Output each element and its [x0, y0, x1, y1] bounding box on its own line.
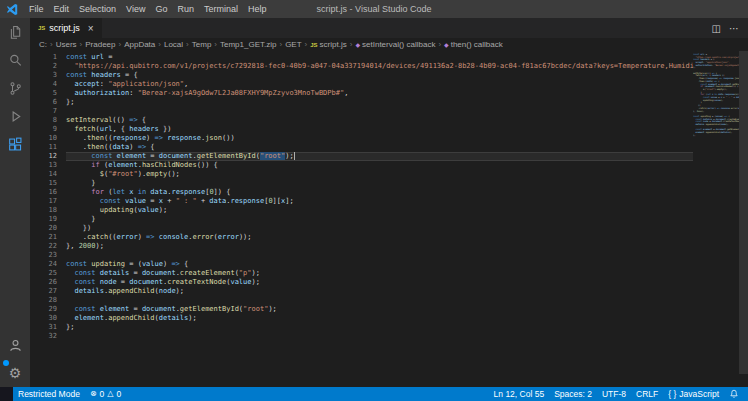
indentation-status[interactable]: Spaces: 2: [549, 387, 597, 401]
code-line[interactable]: 16 for (let x in data.response[0]) {: [30, 188, 693, 197]
line-text[interactable]: const element = document.getElementById(…: [66, 152, 693, 161]
line-text[interactable]: accept: "application/json",: [66, 80, 693, 89]
line-number[interactable]: 1: [30, 53, 66, 62]
line-text[interactable]: for (let x in data.response[0]) {: [66, 188, 693, 197]
code-line[interactable]: 13 if (element.hasChildNodes()) {: [30, 161, 693, 170]
line-number[interactable]: 13: [30, 161, 66, 170]
line-number[interactable]: 11: [30, 143, 66, 152]
cursor-position-status[interactable]: Ln 12, Col 55: [489, 387, 550, 401]
line-number[interactable]: 2: [30, 62, 66, 71]
menu-go[interactable]: Go: [150, 0, 172, 18]
breadcrumb-item[interactable]: Local: [163, 40, 184, 49]
code-line[interactable]: 26 const node = document.createTextNode(…: [30, 278, 693, 287]
breadcrumb-item[interactable]: ◆then() callback: [443, 40, 504, 49]
code-line[interactable]: 1const url =: [30, 53, 693, 62]
code-lines[interactable]: 1const url =2 "https://api.qubitro.com/v…: [30, 51, 693, 387]
run-and-debug-icon[interactable]: [0, 102, 30, 130]
line-number[interactable]: 9: [30, 125, 66, 134]
code-line[interactable]: 20 }): [30, 224, 693, 233]
line-number[interactable]: 6: [30, 98, 66, 107]
menu-file[interactable]: File: [24, 0, 49, 18]
menu-edit[interactable]: Edit: [49, 0, 75, 18]
line-number[interactable]: 24: [30, 260, 66, 269]
code-line[interactable]: 7: [30, 107, 693, 116]
close-icon[interactable]: ×: [88, 23, 94, 34]
line-number[interactable]: 29: [30, 305, 66, 314]
code-line[interactable]: 8setInterval(() => {: [30, 116, 693, 125]
menu-view[interactable]: View: [121, 0, 150, 18]
code-line[interactable]: 27 details.appendChild(node);: [30, 287, 693, 296]
line-text[interactable]: }: [66, 215, 693, 224]
menu-help[interactable]: Help: [243, 0, 272, 18]
line-number[interactable]: 31: [30, 323, 66, 332]
line-text[interactable]: "https://api.qubitro.com/v1/projects/c72…: [66, 62, 693, 71]
menu-selection[interactable]: Selection: [74, 0, 121, 18]
search-icon[interactable]: [0, 46, 30, 74]
line-number[interactable]: 21: [30, 233, 66, 242]
code-line[interactable]: 23: [30, 251, 693, 260]
line-text[interactable]: const node = document.createTextNode(val…: [66, 278, 693, 287]
line-text[interactable]: const element = document.getElementById(…: [66, 305, 693, 314]
restricted-mode-badge[interactable]: Restricted Mode: [13, 387, 85, 401]
line-number[interactable]: 28: [30, 296, 66, 305]
code-line[interactable]: 28: [30, 296, 693, 305]
line-number[interactable]: 27: [30, 287, 66, 296]
code-line[interactable]: 9 fetch(url, { headers }): [30, 125, 693, 134]
code-line[interactable]: 31};: [30, 323, 693, 332]
line-number[interactable]: 17: [30, 197, 66, 206]
line-text[interactable]: [66, 107, 693, 116]
tab-script-js[interactable]: JS script.js ×: [30, 18, 103, 38]
code-line[interactable]: 12 const element = document.getElementBy…: [30, 152, 693, 161]
breadcrumb-item[interactable]: Pradeep: [84, 40, 116, 49]
line-number[interactable]: 22: [30, 242, 66, 251]
remote-indicator[interactable]: [0, 387, 13, 401]
line-number[interactable]: 7: [30, 107, 66, 116]
code-line[interactable]: 5 authorization: "Berear-xajsA9gOdw7L2Ja…: [30, 89, 693, 98]
code-line[interactable]: 29 const element = document.getElementBy…: [30, 305, 693, 314]
breadcrumb-item[interactable]: C:: [38, 40, 48, 49]
extensions-icon[interactable]: [0, 130, 30, 158]
code-line[interactable]: 19 }: [30, 215, 693, 224]
encoding-status[interactable]: UTF-8: [597, 387, 631, 401]
line-number[interactable]: 30: [30, 314, 66, 323]
line-text[interactable]: const headers = {: [66, 71, 693, 80]
line-number[interactable]: 25: [30, 269, 66, 278]
split-editor-icon[interactable]: ◫: [712, 23, 721, 34]
line-text[interactable]: [66, 332, 693, 341]
breadcrumb-item[interactable]: ◆setInterval() callback: [354, 40, 436, 49]
explorer-icon[interactable]: [0, 18, 30, 46]
line-number[interactable]: 32: [30, 332, 66, 341]
problems-status[interactable]: ⊗ 0 △ 0: [85, 387, 126, 401]
code-line[interactable]: 10 .then((response) => response.json()): [30, 134, 693, 143]
line-number[interactable]: 16: [30, 188, 66, 197]
breadcrumb-item[interactable]: AppData: [123, 40, 156, 49]
line-number[interactable]: 23: [30, 251, 66, 260]
code-line[interactable]: 17 const value = x + " : " + data.respon…: [30, 197, 693, 206]
code-line[interactable]: 22}, 2000);: [30, 242, 693, 251]
notifications-bell[interactable]: [724, 389, 744, 399]
line-number[interactable]: 5: [30, 89, 66, 98]
line-number[interactable]: 12: [30, 152, 66, 161]
line-text[interactable]: const value = x + " : " + data.response[…: [66, 197, 693, 206]
code-line[interactable]: 14 $("#root").empty();: [30, 170, 693, 179]
editor-scrollbar[interactable]: [739, 51, 748, 387]
line-text[interactable]: .catch((error) => console.error(error));: [66, 233, 693, 242]
line-text[interactable]: .then((data) => {: [66, 143, 693, 152]
line-text[interactable]: [66, 296, 693, 305]
breadcrumb-item[interactable]: Users: [55, 40, 78, 49]
line-text[interactable]: if (element.hasChildNodes()) {: [66, 161, 693, 170]
line-number[interactable]: 20: [30, 224, 66, 233]
code-line[interactable]: 32: [30, 332, 693, 341]
menu-run[interactable]: Run: [172, 0, 199, 18]
code-line[interactable]: 11 .then((data) => {: [30, 143, 693, 152]
line-text[interactable]: }): [66, 224, 693, 233]
more-actions-icon[interactable]: ⋯: [729, 23, 739, 34]
line-text[interactable]: $("#root").empty();: [66, 170, 693, 179]
line-number[interactable]: 4: [30, 80, 66, 89]
line-number[interactable]: 15: [30, 179, 66, 188]
settings-gear-icon[interactable]: ⚙: [0, 359, 30, 387]
line-text[interactable]: setInterval(() => {: [66, 116, 693, 125]
minimap[interactable]: const url = "https://api.qubitro.com/v1/…: [693, 51, 739, 387]
line-text[interactable]: [66, 251, 693, 260]
line-number[interactable]: 26: [30, 278, 66, 287]
